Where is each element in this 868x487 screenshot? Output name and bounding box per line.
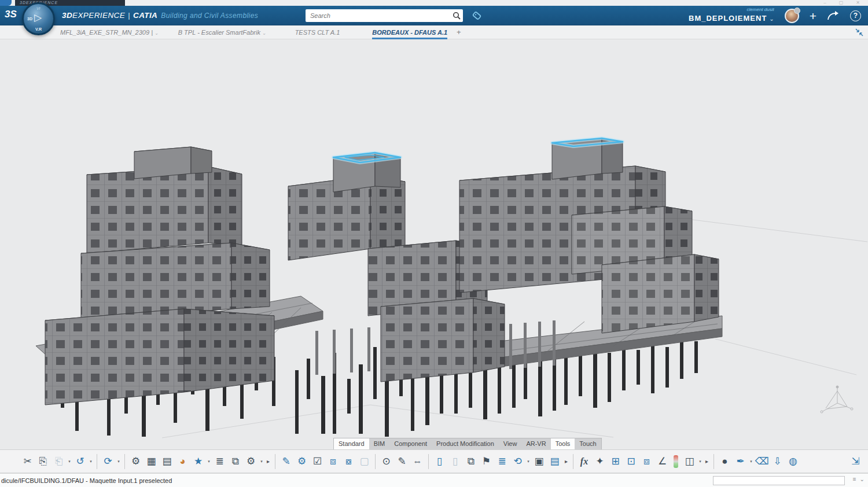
compass-vr-label: V.R: [35, 27, 42, 31]
3d-viewport[interactable]: StandardBIMComponentProduct Modification…: [0, 39, 868, 449]
search-icon[interactable]: [450, 9, 463, 22]
layers-icon[interactable]: ≣: [494, 452, 510, 471]
building-left[interactable]: [45, 147, 274, 405]
add-content-button[interactable]: +: [810, 10, 816, 22]
cut-icon[interactable]: ✂: [20, 452, 35, 471]
more-analyze[interactable]: ▸: [703, 458, 711, 464]
share-icon[interactable]: [827, 10, 840, 21]
doc-tab-tests-clt[interactable]: TESTS CLT A.1: [295, 25, 340, 39]
collapse-panel-icon[interactable]: [854, 27, 865, 38]
brand-title: 3DEXPERIENCE|CATIABuilding and Civil Ass…: [62, 11, 258, 20]
help-icon[interactable]: ?: [850, 10, 861, 21]
formula-icon[interactable]: fx: [576, 452, 592, 471]
specification-icon[interactable]: ≣: [212, 452, 227, 471]
workspace-selector[interactable]: clement dusit BM_DEPLOIEMENT⌄: [689, 8, 774, 23]
tag-icon[interactable]: [470, 9, 484, 22]
refresh-caret[interactable]: ▾: [525, 459, 531, 464]
report-table-icon[interactable]: ▤: [547, 452, 562, 471]
ribbon-tab-view[interactable]: View: [499, 438, 522, 449]
ribbon-tab-product-modification[interactable]: Product Modification: [432, 438, 499, 449]
door-caret[interactable]: ▾: [697, 459, 703, 464]
update-icon[interactable]: ⟳: [100, 452, 116, 471]
panel-layout-icon[interactable]: ▤: [159, 452, 175, 471]
sheet-edit-icon[interactable]: ✎: [394, 452, 410, 471]
application-window: 3DEXPERIENCE – ▢ ✕ 3S 3DEXPERIENCE|CATIA…: [0, 0, 868, 487]
building-model-canvas[interactable]: [0, 39, 868, 449]
favorites-caret[interactable]: ▾: [206, 459, 212, 464]
brand-product: CATIA: [133, 11, 157, 20]
traffic-light-indicator[interactable]: [674, 455, 678, 468]
material-picker-icon[interactable]: ✒: [733, 452, 748, 471]
brand-experience: EXPERIENCE: [72, 11, 125, 20]
avatar[interactable]: [785, 9, 799, 23]
save-manage-icon[interactable]: ⚙: [128, 452, 144, 471]
sphere-link-icon[interactable]: ◍: [785, 452, 801, 471]
box-pattern-icon[interactable]: ⧈: [639, 452, 654, 471]
ribbon-tab-component[interactable]: Component: [389, 438, 432, 449]
ribbon-tab-bim[interactable]: BIM: [369, 438, 390, 449]
capture-icon[interactable]: ⧉: [463, 452, 479, 471]
ribbon-tab-tools[interactable]: Tools: [551, 438, 575, 449]
options-caret[interactable]: ▾: [259, 459, 264, 464]
validate-icon[interactable]: ☑: [310, 452, 325, 471]
close-button[interactable]: ✕: [856, 0, 860, 6]
assembly-icon[interactable]: ⧈: [325, 452, 341, 471]
bookmark-tree-icon[interactable]: ⚑: [479, 452, 494, 471]
ribbon-tab-standard[interactable]: Standard: [334, 438, 369, 449]
undo-icon[interactable]: ↺: [72, 452, 88, 471]
avatar-badge: [794, 8, 800, 14]
search-bar[interactable]: [306, 9, 463, 22]
assembly-ghost-icon[interactable]: ▢: [356, 452, 372, 471]
paste-caret[interactable]: ▾: [67, 459, 72, 464]
new-tab-button[interactable]: +: [457, 25, 461, 39]
sep-2: [124, 454, 125, 469]
app-icon: [0, 0, 12, 6]
toolbar-collapse-icon[interactable]: ⇲: [848, 452, 863, 471]
angle-dimension-icon[interactable]: ∠: [654, 452, 670, 471]
doc-tab-bordeaux-active[interactable]: BORDEAUX - DFAUS A.1: [372, 25, 447, 39]
eraser-icon[interactable]: ⌫: [754, 452, 770, 471]
table-update-icon[interactable]: ⊡: [623, 452, 639, 471]
window-title-strip: 3DEXPERIENCE – ▢ ✕: [0, 0, 868, 6]
ribbon-tab-ar-vr[interactable]: AR-VR: [521, 438, 550, 449]
search-input[interactable]: [306, 12, 450, 19]
sep-5: [428, 454, 429, 469]
chart-table-icon[interactable]: ◕: [175, 452, 190, 471]
wand-icon[interactable]: ✦: [592, 452, 608, 471]
balloon-annotation-icon[interactable]: ⊙: [378, 452, 394, 471]
doc-export-icon[interactable]: ▯: [432, 452, 447, 471]
undo-caret[interactable]: ▾: [88, 459, 94, 464]
more-tools[interactable]: ▸: [562, 458, 570, 464]
clipboard-structure-icon[interactable]: ▣: [531, 452, 547, 471]
status-caret-icon[interactable]: ⌄: [860, 476, 865, 482]
doc-search-icon[interactable]: ▯: [447, 452, 463, 471]
assembly-save-icon[interactable]: ⧇: [341, 452, 356, 471]
gear-add-icon[interactable]: ⚙: [294, 452, 310, 471]
status-grip-icon[interactable]: ≡: [853, 476, 856, 482]
ribbon-tab-touch[interactable]: Touch: [575, 438, 601, 449]
copy-icon[interactable]: ⎘: [35, 452, 51, 471]
maximize-button[interactable]: ▢: [839, 0, 844, 6]
part-edit-icon[interactable]: ✎: [278, 452, 294, 471]
paste-icon[interactable]: ⎗: [51, 452, 67, 471]
options-panel-icon[interactable]: ⚙: [243, 452, 259, 471]
export-table-icon[interactable]: ▦: [144, 452, 159, 471]
apply-material-icon[interactable]: ⇩: [770, 452, 785, 471]
material-sphere-icon[interactable]: ●: [717, 452, 733, 471]
more-edit[interactable]: ▸: [264, 458, 272, 464]
refresh-icon[interactable]: ⟲: [510, 452, 525, 471]
command-input[interactable]: [713, 476, 845, 485]
table-icon[interactable]: ⊞: [608, 452, 623, 471]
favorites-icon[interactable]: ★: [190, 452, 206, 471]
minimize-button[interactable]: –: [823, 0, 826, 6]
compass-button[interactable]: Vr 3D ▷ V.R: [22, 2, 55, 35]
update-caret[interactable]: ▾: [116, 459, 122, 464]
door-check-icon[interactable]: ◫: [682, 452, 697, 471]
3ds-logo[interactable]: 3S: [5, 9, 17, 20]
section-box-icon[interactable]: ⇔: [410, 452, 425, 471]
structure-tree-icon[interactable]: ⧉: [227, 452, 243, 471]
sep-3: [275, 454, 275, 469]
picker-caret[interactable]: ▾: [748, 459, 754, 464]
doc-tab-escalier[interactable]: B TPL - Escalier SmartFabrik⌄: [178, 25, 266, 39]
doc-tab-mfl[interactable]: MFL_3iA_EXE_STR_MN_2309 |⌄: [60, 25, 159, 39]
